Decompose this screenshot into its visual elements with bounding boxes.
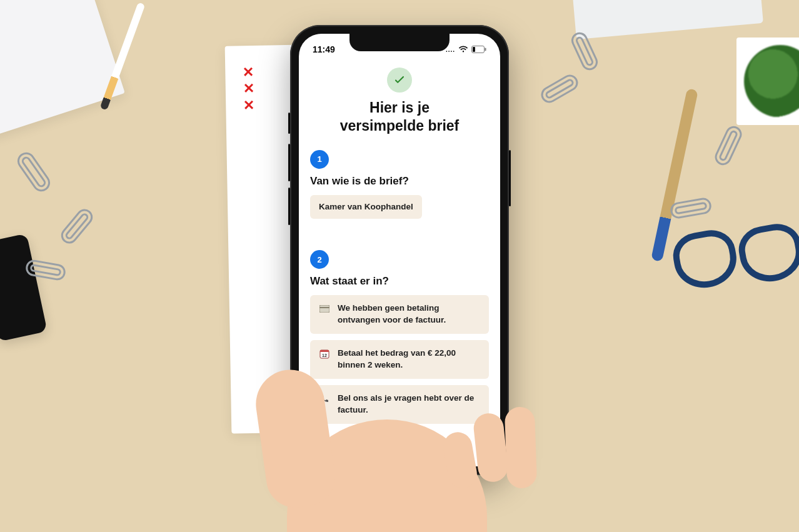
cellular-icon: .... — [446, 46, 455, 53]
paperclip-icon — [58, 206, 96, 247]
svg-rect-4 — [319, 307, 329, 308]
sender-card: Kamer van Koophandel — [310, 195, 422, 219]
step-badge-2: 2 — [310, 250, 329, 269]
svg-rect-3 — [319, 305, 329, 313]
wifi-icon — [458, 46, 468, 53]
card-icon — [319, 303, 330, 314]
summary-item: Bel ons als je vragen hebt over de factu… — [310, 385, 489, 424]
summary-item: We hebben geen betaling ontvangen voor d… — [310, 295, 489, 334]
calendar-icon: 12 — [319, 348, 330, 359]
paperclip-icon — [14, 149, 53, 194]
svg-rect-1 — [485, 48, 486, 51]
success-check-icon — [387, 68, 412, 93]
section-heading-sender: Van wie is de brief? — [310, 175, 489, 188]
section-heading-content: Wat staat er in? — [310, 275, 489, 288]
status-time: 11:49 — [313, 44, 335, 54]
phone-screen: 11:49 .... Hier is je versimpelde brief — [299, 34, 500, 466]
svg-text:12: 12 — [322, 353, 327, 358]
summary-text: Bel ons als je vragen hebt over de factu… — [338, 393, 480, 416]
phone-icon — [319, 393, 330, 404]
desk-notebook — [0, 0, 125, 138]
app-content[interactable]: Hier is je versimpelde brief 1 Van wie i… — [299, 64, 500, 466]
paperclip-icon — [669, 196, 713, 219]
battery-icon — [471, 46, 486, 53]
summary-item: 12 Betaal het bedrag van € 22,00 binnen … — [310, 340, 489, 379]
phone-frame: 11:49 .... Hier is je versimpelde brief — [290, 25, 509, 475]
step-badge-1: 1 — [310, 150, 329, 169]
paperclip-icon — [712, 124, 744, 168]
paperclip-icon — [538, 72, 581, 106]
desk-glasses — [674, 225, 799, 300]
summary-text: We hebben geen betaling ontvangen voor d… — [338, 303, 480, 326]
sender-name: Kamer van Koophandel — [319, 201, 413, 213]
desk-plant — [736, 38, 799, 125]
phone-notch — [349, 34, 450, 51]
summary-text: Betaal het bedrag van € 22,00 binnen 2 w… — [338, 348, 480, 371]
desk-keyboard — [572, 0, 763, 39]
svg-rect-2 — [473, 47, 475, 52]
page-title: Hier is je versimpelde brief — [310, 99, 489, 135]
svg-rect-6 — [320, 350, 329, 352]
desk-phone — [0, 233, 48, 341]
